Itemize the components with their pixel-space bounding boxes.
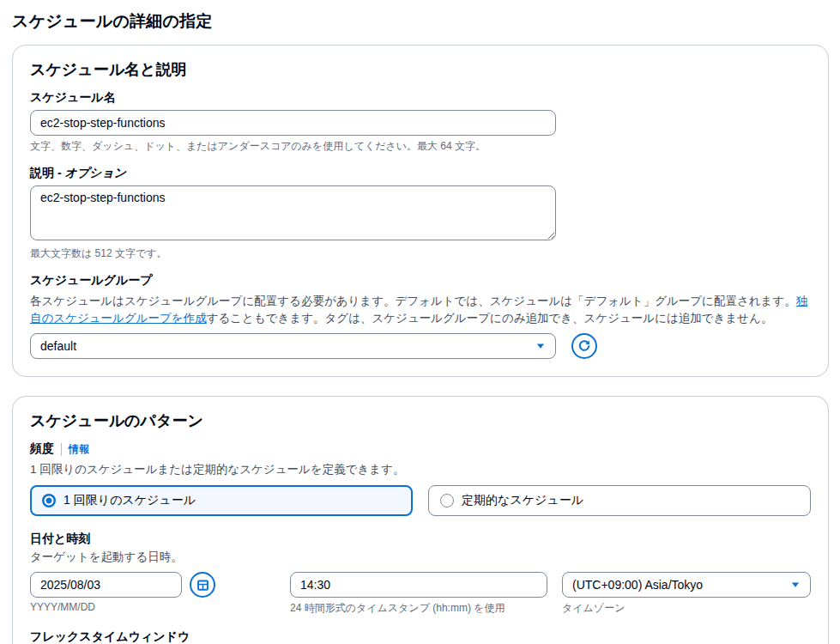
chevron-down-icon <box>535 341 546 351</box>
frequency-desc: 1 回限りのスケジュールまたは定期的なスケジュールを定義できます。 <box>30 461 811 478</box>
calendar-icon <box>196 579 209 592</box>
calendar-button[interactable] <box>190 572 215 598</box>
timezone-hint: タイムゾーン <box>562 601 811 616</box>
frequency-tiles: 1 回限りのスケジュール 定期的なスケジュール <box>30 485 811 516</box>
description-hint: 最大文字数は 512 文字です。 <box>30 246 811 261</box>
schedule-name-label: スケジュール名 <box>30 90 811 106</box>
chevron-down-icon <box>790 580 801 590</box>
datetime-label: 日付と時刻 <box>30 532 811 547</box>
description-textarea[interactable]: ec2-stop-step-functions <box>30 185 556 240</box>
date-hint: YYYY/MM/DD <box>30 601 275 613</box>
datetime-field: 日付と時刻 ターゲットを起動する日時。 <box>30 532 811 617</box>
radio-unselected-icon <box>440 494 454 507</box>
time-input[interactable] <box>290 572 547 598</box>
optional-suffix: - オプション <box>57 166 126 179</box>
schedule-group-select-value: default <box>40 339 529 353</box>
timezone-select[interactable]: (UTC+09:00) Asia/Tokyo <box>562 572 811 598</box>
schedule-group-select[interactable]: default <box>30 333 556 359</box>
info-link[interactable]: 情報 <box>69 442 89 457</box>
date-input[interactable] <box>30 572 182 598</box>
label-divider <box>61 443 62 456</box>
frequency-field: 頻度 情報 1 回限りのスケジュールまたは定期的なスケジュールを定義できます。 … <box>30 441 811 516</box>
date-column: YYYY/MM/DD <box>30 572 275 616</box>
datetime-desc: ターゲットを起動する日時。 <box>30 549 811 566</box>
schedule-name-hint: 文字、数字、ダッシュ、ドット、またはアンダースコアのみを使用してください。最大 … <box>30 139 811 154</box>
timezone-select-value: (UTC+09:00) Asia/Tokyo <box>572 578 783 592</box>
card-name-description: スケジュール名と説明 スケジュール名 文字、数字、ダッシュ、ドット、またはアンダ… <box>12 45 829 377</box>
radio-tile-one-time[interactable]: 1 回限りのスケジュール <box>30 485 413 516</box>
page: スケジュールの詳細の指定 スケジュール名と説明 スケジュール名 文字、数字、ダッ… <box>0 0 840 644</box>
schedule-group-field: スケジュールグループ 各スケジュールはスケジュールグループに配置する必要がありま… <box>30 273 811 359</box>
flex-window-label: フレックスタイムウィンドウ <box>30 629 811 644</box>
timezone-column: (UTC+09:00) Asia/Tokyo タイムゾーン <box>562 572 811 616</box>
time-column: 24 時間形式のタイムスタンプ (hh:mm) を使用 <box>290 572 547 616</box>
schedule-group-label: スケジュールグループ <box>30 273 811 289</box>
radio-selected-icon <box>42 494 56 507</box>
description-field: 説明 - オプション ec2-stop-step-functions 最大文字数… <box>30 166 811 261</box>
name-card-heading: スケジュール名と説明 <box>30 59 811 80</box>
schedule-name-field: スケジュール名 文字、数字、ダッシュ、ドット、またはアンダースコアのみを使用して… <box>30 90 811 154</box>
schedule-name-input[interactable] <box>30 110 556 136</box>
card-schedule-pattern: スケジュールのパターン 頻度 情報 1 回限りのスケジュールまたは定期的なスケジ… <box>12 396 829 644</box>
pattern-card-heading: スケジュールのパターン <box>30 410 811 431</box>
frequency-label: 頻度 <box>30 441 54 457</box>
description-label: 説明 - オプション <box>30 166 811 181</box>
schedule-group-desc: 各スケジュールはスケジュールグループに配置する必要があります。デフォルトでは、ス… <box>30 293 811 326</box>
refresh-button[interactable] <box>571 333 597 359</box>
time-hint: 24 時間形式のタイムスタンプ (hh:mm) を使用 <box>290 601 547 616</box>
datetime-row: YYYY/MM/DD 24 時間形式のタイムスタンプ (hh:mm) を使用 (… <box>30 572 811 616</box>
radio-tile-recurring[interactable]: 定期的なスケジュール <box>428 485 811 516</box>
refresh-icon <box>577 339 591 353</box>
frequency-label-row: 頻度 情報 <box>30 441 811 457</box>
page-title: スケジュールの詳細の指定 <box>12 10 829 33</box>
flex-window-field: フレックスタイムウィンドウ フレックスタイムウィンドウを選択した場合、スケジュー… <box>30 629 811 644</box>
